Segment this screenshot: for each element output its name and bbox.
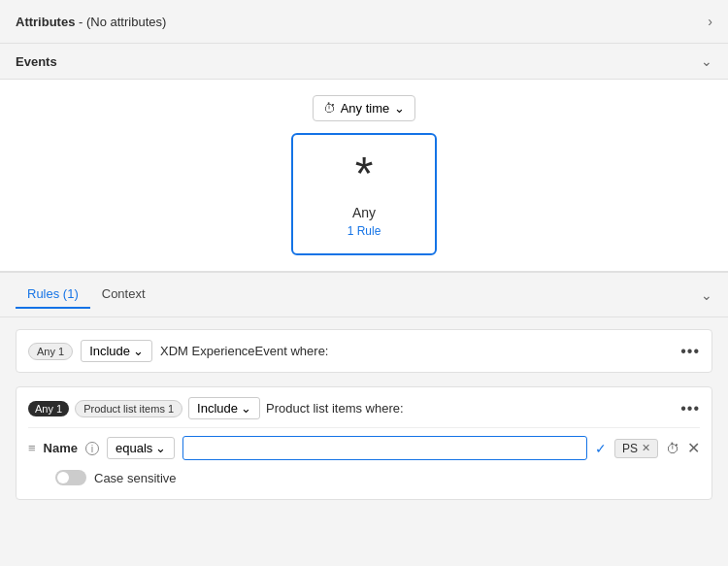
nested-rule-header: Any 1 Product list items 1 Include ⌄ Pro…: [28, 397, 700, 419]
case-sensitive-label: Case sensitive: [94, 471, 177, 485]
filter-time-icon[interactable]: ⏱: [666, 441, 679, 456]
case-sensitive-toggle[interactable]: [55, 470, 86, 485]
rules-tabs: Rules (1) Context: [16, 281, 157, 309]
any-time-chevron-icon: ⌄: [394, 101, 405, 116]
nested-rule-text: Product list items where:: [266, 401, 404, 416]
tab-rules[interactable]: Rules (1): [16, 281, 90, 309]
ps-tag-label: PS: [622, 442, 638, 455]
tab-context[interactable]: Context: [90, 281, 157, 309]
event-card[interactable]: * Any 1 Rule: [291, 133, 437, 255]
filter-name-label: Name: [44, 441, 78, 455]
events-body: ⏱ Any time ⌄ * Any 1 Rule: [0, 80, 728, 271]
case-sensitive-row: Case sensitive: [28, 464, 700, 489]
toggle-knob: [57, 472, 69, 483]
attributes-title: Attributes - (No attributes): [16, 15, 166, 29]
events-section: Events ⌄ ⏱ Any time ⌄ * Any 1 Rule: [0, 44, 728, 272]
outer-rule-row: Any 1 Include ⌄ XDM ExperienceEvent wher…: [16, 329, 712, 373]
outer-include-label: Include: [89, 344, 130, 358]
outer-rule-text: XDM ExperienceEvent where:: [160, 344, 328, 358]
outer-any-badge: Any 1: [28, 343, 73, 360]
attributes-expand-icon[interactable]: ›: [708, 14, 712, 29]
any-time-row: ⏱ Any time ⌄: [313, 95, 416, 121]
rules-section: Rules (1) Context ⌄ Any 1 Include ⌄ XDM …: [0, 272, 728, 512]
nested-include-dropdown[interactable]: Include ⌄: [188, 397, 260, 419]
outer-rule-left: Any 1 Include ⌄ XDM ExperienceEvent wher…: [28, 340, 328, 362]
nested-include-chevron-icon: ⌄: [241, 401, 251, 416]
attributes-title-text: Attributes: [16, 15, 75, 29]
event-card-icon: *: [355, 150, 374, 197]
filter-check-icon[interactable]: ✓: [595, 441, 607, 456]
equals-label: equals: [116, 441, 152, 455]
nested-rule-container: Any 1 Product list items 1 Include ⌄ Pro…: [16, 386, 712, 500]
rules-header: Rules (1) Context ⌄: [0, 273, 728, 317]
nested-any-badge: Any 1: [28, 401, 69, 416]
include-chevron-icon: ⌄: [133, 344, 144, 358]
outer-include-dropdown[interactable]: Include ⌄: [81, 340, 152, 362]
drag-handle-icon[interactable]: ≡: [28, 441, 36, 455]
rules-collapse-icon[interactable]: ⌄: [701, 287, 712, 303]
ps-tag: PS ✕: [614, 439, 658, 458]
filter-close-icon[interactable]: ✕: [687, 439, 700, 457]
attributes-subtitle: - (No attributes): [79, 15, 166, 29]
events-collapse-icon[interactable]: ⌄: [701, 53, 712, 69]
filter-row: ≡ Name i equals ⌄ ✓ PS ✕ ⏱ ✕: [28, 427, 700, 464]
rules-body: Any 1 Include ⌄ XDM ExperienceEvent wher…: [0, 317, 728, 512]
clock-icon: ⏱: [323, 101, 336, 116]
equals-dropdown[interactable]: equals ⌄: [107, 437, 175, 459]
any-time-button[interactable]: ⏱ Any time ⌄: [313, 95, 416, 121]
events-title: Events: [16, 54, 57, 69]
event-card-label: Any: [352, 205, 376, 220]
nested-rule-left: Any 1 Product list items 1 Include ⌄ Pro…: [28, 397, 404, 419]
filter-info-icon[interactable]: i: [85, 442, 99, 455]
filter-input[interactable]: [182, 436, 587, 460]
nested-product-badge: Product list items 1: [75, 400, 182, 417]
outer-more-icon[interactable]: •••: [680, 343, 700, 360]
nested-include-label: Include: [197, 401, 238, 416]
event-card-rule-link[interactable]: 1 Rule: [347, 224, 381, 238]
ps-tag-remove-icon[interactable]: ✕: [642, 442, 650, 454]
nested-more-icon[interactable]: •••: [680, 400, 700, 417]
attributes-section: Attributes - (No attributes) ›: [0, 0, 728, 44]
any-time-label: Any time: [341, 101, 390, 116]
equals-chevron-icon: ⌄: [155, 441, 166, 455]
events-header: Events ⌄: [0, 44, 728, 80]
